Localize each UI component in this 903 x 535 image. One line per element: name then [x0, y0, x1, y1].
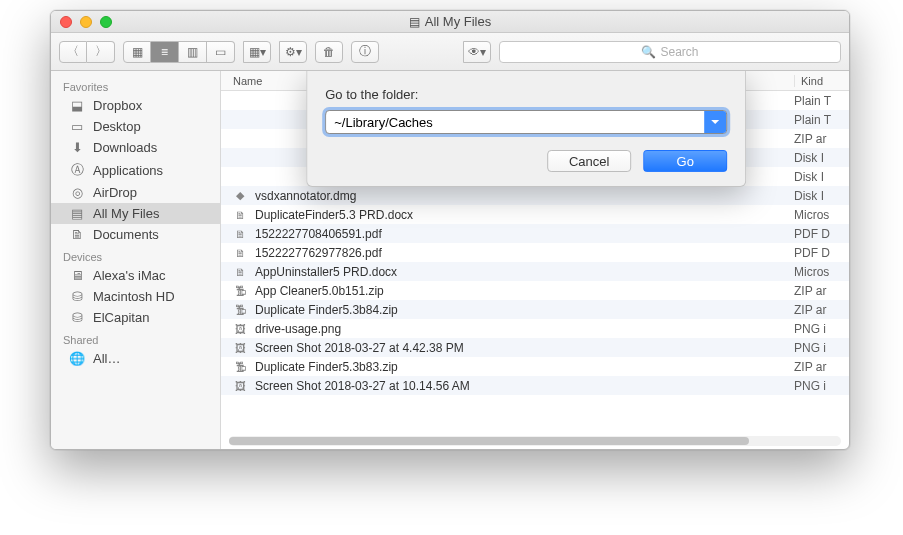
folder-path-input[interactable] [326, 115, 704, 130]
sidebar-item-alexa-s-imac[interactable]: 🖥Alexa's iMac [51, 265, 220, 286]
view-coverflow-button[interactable]: ▭ [207, 41, 235, 63]
sidebar-item-label: All… [93, 351, 120, 366]
file-row[interactable]: 🗎1522227762977826.pdfPDF D [221, 243, 849, 262]
file-kind: Plain T [794, 94, 849, 108]
file-row[interactable]: ◆vsdxannotator.dmgDisk I [221, 186, 849, 205]
file-kind: ZIP ar [794, 284, 849, 298]
globe-icon: 🌐 [69, 351, 85, 366]
downloads-icon: ⬇ [69, 140, 85, 155]
close-window-button[interactable] [60, 16, 72, 28]
sidebar-item-label: All My Files [93, 206, 159, 221]
file-kind: Disk I [794, 151, 849, 165]
sidebar-item-macintosh-hd[interactable]: ⛁Macintosh HD [51, 286, 220, 307]
desktop-icon: ▭ [69, 119, 85, 134]
zip-file-icon: 🗜 [231, 361, 249, 373]
png-file-icon: 🖼 [231, 342, 249, 354]
zip-file-icon: 🗜 [231, 304, 249, 316]
apps-icon: Ⓐ [69, 161, 85, 179]
view-icon-button[interactable]: ▦ [123, 41, 151, 63]
file-kind: Micros [794, 265, 849, 279]
file-kind: ZIP ar [794, 132, 849, 146]
view-column-button[interactable]: ▥ [179, 41, 207, 63]
cancel-button[interactable]: Cancel [547, 150, 631, 172]
sidebar-item-label: Desktop [93, 119, 141, 134]
sidebar-item-desktop[interactable]: ▭Desktop [51, 116, 220, 137]
view-list-button[interactable]: ≡ [151, 41, 179, 63]
sidebar-section-header: Devices [51, 245, 220, 265]
delete-button[interactable]: 🗑 [315, 41, 343, 63]
file-row[interactable]: 🗎DuplicateFinder5.3 PRD.docxMicros [221, 205, 849, 224]
nav-forward-button[interactable]: 〉 [87, 41, 115, 63]
file-row[interactable]: 🗜Duplicate Finder5.3b84.zipZIP ar [221, 300, 849, 319]
file-name: App Cleaner5.0b151.zip [255, 284, 794, 298]
file-name: Duplicate Finder5.3b84.zip [255, 303, 794, 317]
file-kind: ZIP ar [794, 303, 849, 317]
file-row[interactable]: 🖼Screen Shot 2018-03-27 at 10.14.56 AMPN… [221, 376, 849, 395]
file-kind: PDF D [794, 227, 849, 241]
horizontal-scrollbar[interactable] [229, 436, 841, 446]
sidebar-item-label: Macintosh HD [93, 289, 175, 304]
arrange-menu-button[interactable]: ▦▾ [243, 41, 271, 63]
file-kind: Plain T [794, 113, 849, 127]
sidebar-item-label: Downloads [93, 140, 157, 155]
file-name: Screen Shot 2018-03-27 at 10.14.56 AM [255, 379, 794, 393]
sidebar-item-airdrop[interactable]: ◎AirDrop [51, 182, 220, 203]
sidebar-item-documents[interactable]: 🗎Documents [51, 224, 220, 245]
minimize-window-button[interactable] [80, 16, 92, 28]
file-row[interactable]: 🗎1522227708406591.pdfPDF D [221, 224, 849, 243]
file-row[interactable]: 🖼Screen Shot 2018-03-27 at 4.42.38 PMPNG… [221, 338, 849, 357]
file-row[interactable]: 🗜Duplicate Finder5.3b83.zipZIP ar [221, 357, 849, 376]
file-name: vsdxannotator.dmg [255, 189, 794, 203]
sidebar-item-elcapitan[interactable]: ⛁ElCapitan [51, 307, 220, 328]
file-kind: PNG i [794, 322, 849, 336]
file-name: drive-usage.png [255, 322, 794, 336]
pdf-file-icon: 🗎 [231, 247, 249, 259]
search-placeholder: Search [660, 45, 698, 59]
info-button[interactable]: ⓘ [351, 41, 379, 63]
go-button[interactable]: Go [643, 150, 727, 172]
sidebar-item-all-my-files[interactable]: ▤All My Files [51, 203, 220, 224]
file-row[interactable]: 🗜App Cleaner5.0b151.zipZIP ar [221, 281, 849, 300]
search-field[interactable]: 🔍 Search [499, 41, 841, 63]
dropdown-arrow-button[interactable] [704, 111, 726, 133]
png-file-icon: 🖼 [231, 380, 249, 392]
go-to-folder-dialog: Go to the folder: Cancel Go [306, 71, 746, 187]
sidebar-item-dropbox[interactable]: ⬓Dropbox [51, 95, 220, 116]
dialog-label: Go to the folder: [325, 87, 727, 102]
window-title: All My Files [425, 14, 491, 29]
file-kind: Disk I [794, 170, 849, 184]
quicklook-button[interactable]: 👁▾ [463, 41, 491, 63]
zoom-window-button[interactable] [100, 16, 112, 28]
sidebar-item-label: Dropbox [93, 98, 142, 113]
zip-file-icon: 🗜 [231, 285, 249, 297]
sidebar-item-all-[interactable]: 🌐All… [51, 348, 220, 369]
file-list-area: Name Kind Plain TPlain TZIP arDisk IDisk… [221, 71, 849, 449]
png-file-icon: 🖼 [231, 323, 249, 335]
documents-icon: 🗎 [69, 227, 85, 242]
file-kind: PDF D [794, 246, 849, 260]
sidebar-section-header: Favorites [51, 75, 220, 95]
search-icon: 🔍 [641, 45, 656, 59]
file-row[interactable]: 🖼drive-usage.pngPNG i [221, 319, 849, 338]
nav-back-button[interactable]: 〈 [59, 41, 87, 63]
scrollbar-thumb[interactable] [229, 437, 749, 445]
sidebar-item-label: Documents [93, 227, 159, 242]
doc-file-icon: 🗎 [231, 266, 249, 278]
file-kind: PNG i [794, 379, 849, 393]
file-name: 1522227708406591.pdf [255, 227, 794, 241]
action-menu-button[interactable]: ⚙▾ [279, 41, 307, 63]
toolbar: 〈 〉 ▦ ≡ ▥ ▭ ▦▾ ⚙▾ 🗑 ⓘ 👁▾ 🔍 Search [51, 33, 849, 71]
file-name: 1522227762977826.pdf [255, 246, 794, 260]
sidebar-section-header: Shared [51, 328, 220, 348]
file-row[interactable]: 🗎AppUninstaller5 PRD.docxMicros [221, 262, 849, 281]
sidebar-item-downloads[interactable]: ⬇Downloads [51, 137, 220, 158]
finder-window: ▤ All My Files 〈 〉 ▦ ≡ ▥ ▭ ▦▾ ⚙▾ 🗑 ⓘ 👁▾ … [50, 10, 850, 450]
file-name: AppUninstaller5 PRD.docx [255, 265, 794, 279]
file-name: Screen Shot 2018-03-27 at 4.42.38 PM [255, 341, 794, 355]
pdf-file-icon: 🗎 [231, 228, 249, 240]
folder-path-combobox[interactable] [325, 110, 727, 134]
dmg-file-icon: ◆ [231, 189, 249, 202]
column-kind-header[interactable]: Kind [794, 75, 849, 87]
file-kind: Micros [794, 208, 849, 222]
sidebar-item-applications[interactable]: ⒶApplications [51, 158, 220, 182]
